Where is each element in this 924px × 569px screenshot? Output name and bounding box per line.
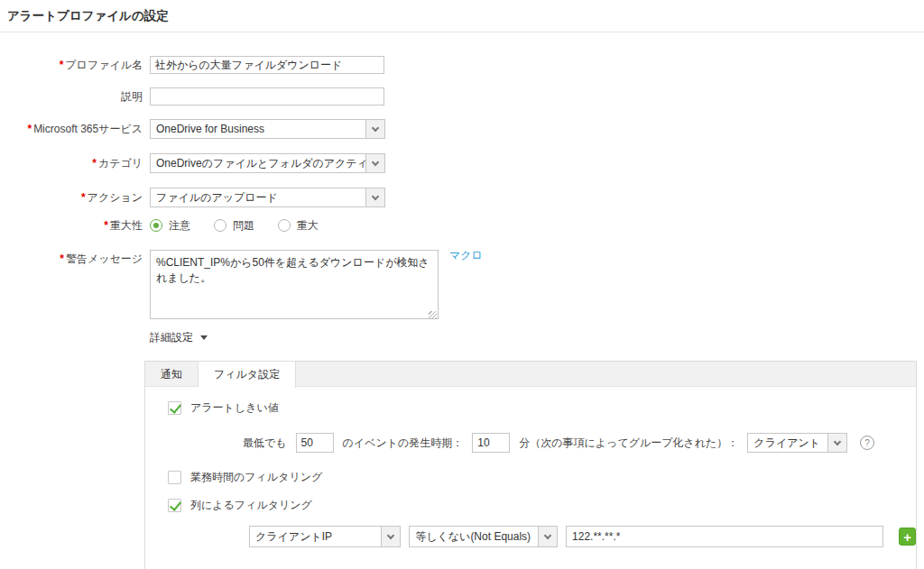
service-select[interactable]: OneDrive for Business (150, 119, 385, 139)
radio-icon[interactable] (278, 219, 291, 232)
chevron-down-icon (365, 120, 384, 138)
chevron-down-icon (365, 154, 384, 172)
filter-column-select[interactable]: クライアントIP (249, 526, 401, 547)
chevron-down-icon (381, 527, 400, 546)
required-asterisk: * (27, 123, 32, 135)
column-filter-checkbox-row[interactable]: 列によるフィルタリング (168, 498, 916, 513)
macro-link[interactable]: マクロ (449, 248, 483, 263)
required-asterisk: * (60, 252, 64, 265)
alert-threshold-checkbox-row[interactable]: アラートしきい値 (168, 400, 916, 416)
action-label: *アクション (0, 188, 143, 206)
column-filter-config-row: クライアントIP 等しくない(Not Equals) + (249, 526, 916, 547)
advanced-settings-toggle[interactable]: 詳細設定 (150, 330, 924, 345)
chevron-down-icon (365, 188, 384, 206)
checkbox-icon[interactable] (168, 499, 181, 512)
caret-down-icon (200, 335, 208, 340)
radio-label: 問題 (233, 218, 254, 234)
category-select-value: OneDriveのファイルとフォルダのアクティビ (151, 154, 365, 172)
radio-icon[interactable] (150, 219, 162, 232)
chevron-down-icon (538, 527, 557, 546)
severity-option-critical[interactable]: 重大 (278, 218, 319, 234)
resize-grip-icon[interactable] (429, 311, 437, 319)
required-asterisk: * (104, 219, 108, 232)
threshold-count-input[interactable] (296, 433, 334, 453)
action-select-value: ファイルのアップロード (151, 188, 365, 206)
service-select-value: OneDrive for Business (151, 120, 365, 138)
description-input[interactable] (150, 87, 384, 106)
filter-operator-select-value: 等しくない(Not Equals) (410, 527, 538, 546)
action-row: *アクション ファイルのアップロード (0, 188, 924, 207)
filter-value-input[interactable] (566, 526, 883, 547)
profile-name-input[interactable] (150, 56, 384, 74)
tab-notification[interactable]: 通知 (145, 362, 199, 386)
service-row: *Microsoft 365サービス OneDrive for Business (0, 119, 924, 139)
service-label: *Microsoft 365サービス (0, 120, 143, 138)
alert-profile-form: *プロファイル名 説明 *Microsoft 365サービス OneDrive … (0, 32, 924, 569)
radio-label: 重大 (297, 218, 319, 234)
severity-radio-group: 注意 問題 重大 (150, 216, 319, 234)
category-select[interactable]: OneDriveのファイルとフォルダのアクティビ (150, 153, 385, 173)
alert-message-row: *警告メッセージ %CLIENT_IP%から50件を超えるダウンロードが検知され… (0, 250, 924, 322)
tab-filter-settings[interactable]: フィルタ設定 (199, 362, 296, 388)
profile-name-row: *プロファイル名 (0, 56, 924, 74)
action-select[interactable]: ファイルのアップロード (150, 188, 385, 207)
business-hours-checkbox-row[interactable]: 業務時間のフィルタリング (168, 470, 916, 485)
group-by-select[interactable]: クライアント (747, 433, 847, 453)
radio-label: 注意 (169, 218, 190, 234)
description-row: 説明 (0, 87, 924, 106)
threshold-group-label: 分（次の事項によってグループ化された）： (519, 436, 738, 451)
advanced-settings-panel: 通知 フィルタ設定 アラートしきい値 最低でも のイベントの発生時期： 分（次の… (144, 361, 917, 569)
filter-operator-select[interactable]: 等しくない(Not Equals) (409, 526, 558, 547)
required-asterisk: * (92, 157, 97, 170)
threshold-minutes-input[interactable] (472, 433, 510, 453)
severity-option-caution[interactable]: 注意 (150, 218, 190, 234)
required-asterisk: * (60, 59, 64, 71)
checkbox-icon[interactable] (168, 401, 181, 415)
business-hours-label: 業務時間のフィルタリング (190, 470, 322, 485)
category-label: *カテゴリ (0, 154, 143, 172)
severity-label: *重大性 (0, 216, 143, 234)
alert-threshold-label: アラートしきい値 (190, 400, 279, 416)
page-title: アラートプロファイルの設定 (0, 0, 924, 32)
radio-icon[interactable] (214, 219, 226, 232)
add-filter-button[interactable]: + (899, 528, 916, 546)
threshold-min-label: 最低でも (243, 436, 287, 451)
severity-option-trouble[interactable]: 問題 (214, 218, 254, 234)
alert-message-label: *警告メッセージ (0, 250, 143, 268)
panel-tabbar: 通知 フィルタ設定 (145, 362, 916, 387)
category-row: *カテゴリ OneDriveのファイルとフォルダのアクティビ (0, 153, 924, 173)
required-asterisk: * (81, 191, 86, 204)
severity-row: *重大性 注意 問題 重大 (0, 216, 924, 234)
profile-name-label: *プロファイル名 (0, 56, 143, 74)
chevron-down-icon (827, 434, 846, 452)
advanced-settings-label: 詳細設定 (150, 330, 193, 345)
help-icon[interactable]: ? (860, 436, 874, 450)
group-by-select-value: クライアント (748, 434, 827, 452)
alert-threshold-config-row: 最低でも のイベントの発生時期： 分（次の事項によってグループ化された）： クラ… (243, 433, 916, 453)
filter-settings-tab-content: アラートしきい値 最低でも のイベントの発生時期： 分（次の事項によってグループ… (145, 387, 916, 569)
filter-column-select-value: クライアントIP (250, 527, 381, 546)
description-label: 説明 (0, 87, 143, 106)
threshold-events-label: のイベントの発生時期： (343, 436, 464, 451)
alert-message-textarea[interactable]: %CLIENT_IP%から50件を超えるダウンロードが検知されました。 (150, 250, 439, 319)
column-filter-label: 列によるフィルタリング (190, 498, 312, 513)
checkbox-icon[interactable] (168, 471, 181, 484)
